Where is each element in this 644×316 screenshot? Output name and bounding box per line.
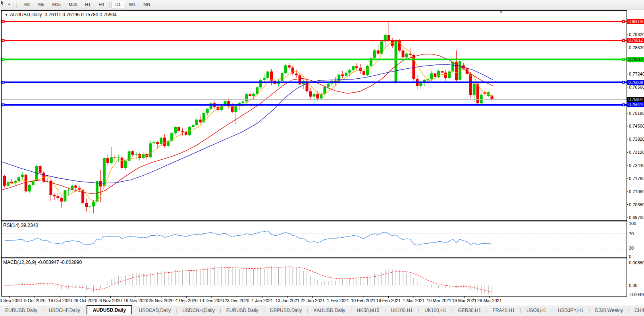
date-axis-label: 19 Feb 2021 (376, 298, 401, 303)
date-axis-label: 19 Oct 2020 (48, 298, 72, 303)
price-axis-tick: 0.72440 (629, 163, 644, 168)
chart-collapse-icon[interactable]: ▼ (5, 13, 8, 17)
macd-indicator-label: MACD(12,26,9) -0.003947 -0.002890 (3, 260, 82, 265)
tab-gbpusd-daily[interactable]: GBPUSD,Daily (265, 306, 307, 314)
macd-axis-tick: 0.008807 (629, 260, 644, 265)
price-axis-tick: 0.69700 (629, 215, 644, 220)
price-axis-tick: 0.76560 (629, 85, 644, 89)
chart-symbol-label: AUDUSD,Daily (10, 12, 42, 17)
date-axis-label: 25 Nov 2020 (149, 298, 174, 303)
price-chart-canvas[interactable] (0, 0, 644, 316)
chart-tab-bar: EURUSD,Daily|USDCHF,Daily AUDUSD,Daily U… (0, 306, 644, 316)
tab-ger30-h1[interactable]: GER30,H1 (453, 306, 486, 314)
price-axis-tick: 0.73120 (629, 150, 644, 155)
price-axis-tick: 0.75180 (629, 111, 644, 116)
tab-uk100-h1[interactable]: UK100,H1 (386, 306, 418, 314)
date-axis-label: 4 Dec 2020 (175, 298, 197, 303)
tab-fra40-h1[interactable]: FRA40,H1 (488, 306, 520, 314)
price-axis-tick: 0.79320 (629, 32, 644, 37)
tab-xauusd-daily[interactable]: XAUUSD,Daily (308, 306, 350, 314)
date-axis-label: 4 Jan 2021 (251, 298, 273, 303)
date-axis-label: 28 Oct 2020 (73, 298, 97, 303)
tab-uk100-h1[interactable]: UK100,H1 (419, 306, 451, 314)
date-axis-label: 16 Nov 2020 (123, 298, 148, 303)
date-axis-label: 6 Nov 2020 (99, 298, 121, 303)
price-axis-tick: 0.70380 (629, 202, 644, 207)
rsi-axis-tick: 0 (629, 254, 631, 259)
date-axis-label: 9 Oct 2020 (24, 298, 46, 303)
tab-usdjpy-h1[interactable]: USDJPY,H1 (553, 306, 588, 314)
price-axis-tick: 0.77240 (629, 72, 644, 76)
chart-ohlc-values: 0.76111 0.76196 0.75780 0.75904 (44, 12, 117, 17)
mt4-terminal: ▼ M1M5M15M30H1H4D1W1MN ▼AUDUSD,Daily 0.7… (0, 0, 644, 316)
current-price-chip: 0.75904 (627, 97, 644, 102)
date-axis-label: 1 Feb 2021 (327, 298, 349, 303)
date-axis-label: 13 Jan 2021 (276, 298, 300, 303)
tab-hk50-m15[interactable]: HK50,M15 (352, 306, 385, 314)
macd-axis-tick: -0.004961 (629, 292, 644, 297)
date-axis-label: 30 Sep 2020 (0, 298, 22, 303)
tab-usdchf-daily[interactable]: USDCHF,Daily (44, 306, 85, 314)
tab-china300-h1[interactable]: CHINA300,H1 (629, 306, 644, 314)
chart-title: ▼AUDUSD,Daily 0.76111 0.76196 0.75780 0.… (5, 12, 117, 17)
tab-audusd-daily[interactable]: AUDUSD,Daily (87, 305, 132, 314)
date-axis-label: 19 Mar 2021 (452, 298, 476, 303)
tab-eurusd-daily[interactable]: EURUSD,Daily (0, 306, 42, 314)
price-level-chip: 0.80009 (627, 19, 644, 24)
tab-eurusd-daily[interactable]: EURUSD,Daily (221, 306, 264, 314)
rsi-axis-tick: 100 (629, 221, 636, 226)
price-level-chip: 0.78014 (627, 57, 644, 62)
rsi-axis-tick: 30 (629, 246, 634, 250)
date-axis-label: 29 Mar 2021 (477, 298, 502, 303)
date-axis-label: 14 Dec 2020 (199, 298, 224, 303)
price-axis-tick: 0.74500 (629, 124, 644, 128)
price-level-chip: 0.75624 (627, 102, 644, 107)
tab-dj30-weekly[interactable]: DJ30,Weekly (590, 306, 628, 314)
date-axis-label: 22 Jan 2021 (301, 298, 325, 303)
rsi-indicator-label: RSI(14) 39.2340 (3, 223, 38, 228)
price-axis-tick: 0.71760 (629, 176, 644, 181)
price-level-chip: 0.76809 (627, 80, 644, 85)
macd-axis-tick: 0.00 (629, 283, 637, 288)
tab-usoil-h1[interactable]: USOil,H1 (521, 306, 551, 314)
tab-usdcad-daily[interactable]: USDCAD,Daily (134, 306, 176, 314)
price-level-chip: 0.79012 (627, 38, 644, 43)
tab-usdcnh-daily[interactable]: USDCNH,Daily (177, 306, 220, 314)
date-axis-label: 10 Mar 2021 (427, 298, 451, 303)
date-axis-label: 10 Feb 2021 (351, 298, 376, 303)
price-axis-tick: 0.78620 (629, 45, 644, 50)
date-axis-label: 23 Dec 2020 (224, 298, 249, 303)
date-axis-label: 1 Mar 2021 (403, 298, 425, 303)
price-axis-tick: 0.73820 (629, 137, 644, 142)
rsi-axis-tick: 70 (629, 231, 634, 236)
price-axis-tick: 0.71060 (629, 189, 644, 194)
